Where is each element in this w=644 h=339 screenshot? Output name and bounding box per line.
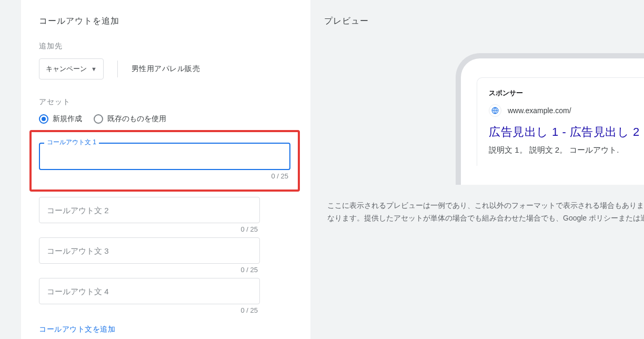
callout4-input[interactable] — [39, 278, 260, 304]
url-row: www.example.com/ — [489, 104, 644, 117]
radio-new-label: 新規作成 — [53, 114, 82, 124]
callout3-group: 0 / 25 — [39, 237, 260, 274]
callout1-group: コールアウト文 1 — [39, 143, 290, 170]
add-callout-link[interactable]: コールアウト文を追加 — [39, 325, 295, 334]
radio-existing-label: 既存のものを使用 — [107, 114, 166, 124]
callout4-counter: 0 / 25 — [39, 306, 260, 314]
target-value: 男性用アパレル販売 — [132, 64, 200, 74]
vertical-divider — [117, 61, 118, 77]
asset-label: アセット — [39, 97, 295, 107]
ad-preview-card: スポンサー www.example.com/ 広告見出し 1 - 広告見出し 2… — [477, 77, 644, 166]
disclaimer-line-2: なります。提供したアセットが単体の場合でも組み合わせた場合でも、Google ポ… — [327, 212, 644, 225]
preview-title: プレビュー — [324, 16, 644, 27]
callout1-counter: 0 / 25 — [39, 172, 290, 180]
preview-url: www.example.com/ — [508, 106, 571, 115]
phone-frame: スポンサー www.example.com/ 広告見出し 1 - 広告見出し 2… — [456, 53, 644, 185]
callout2-counter: 0 / 25 — [39, 225, 260, 233]
right-panel: プレビュー スポンサー www.example.com/ 広告見出し 1 - 広… — [310, 0, 644, 339]
radio-existing[interactable] — [94, 114, 103, 124]
callout1-float-label: コールアウト文 1 — [44, 138, 99, 147]
callout3-input[interactable] — [39, 237, 260, 264]
level-dropdown[interactable]: キャンペーン ▼ — [39, 58, 104, 79]
radio-new[interactable] — [39, 114, 48, 124]
radio-item-existing[interactable]: 既存のものを使用 — [94, 114, 166, 124]
sponsor-label: スポンサー — [489, 88, 644, 98]
callout2-group: 0 / 25 — [39, 197, 260, 233]
disclaimer-line-1: ここに表示されるプレビューは一例であり、これ以外のフォーマットで表示される場合も… — [327, 200, 644, 212]
ad-description: 説明文 1。 説明文 2。 コールアウト. — [489, 145, 644, 155]
ad-headline: 広告見出し 1 - 広告見出し 2 — [489, 124, 644, 140]
target-label: 追加先 — [39, 42, 295, 51]
panel-title: コールアウトを追加 — [39, 16, 295, 27]
dropdown-label: キャンペーン — [46, 64, 87, 74]
radio-item-new[interactable]: 新規作成 — [39, 114, 82, 124]
highlighted-field-box: コールアウト文 1 0 / 25 — [29, 130, 300, 192]
callout2-input[interactable] — [39, 197, 260, 223]
callout3-counter: 0 / 25 — [39, 266, 260, 274]
asset-radio-group: 新規作成 既存のものを使用 — [39, 114, 295, 124]
left-panel: コールアウトを追加 追加先 キャンペーン ▼ 男性用アパレル販売 アセット 新規… — [21, 0, 310, 339]
target-row: キャンペーン ▼ 男性用アパレル販売 — [39, 58, 295, 79]
preview-disclaimer: ここに表示されるプレビューは一例であり、これ以外のフォーマットで表示される場合も… — [327, 200, 644, 225]
callout4-group: 0 / 25 — [39, 278, 260, 314]
globe-icon — [489, 104, 501, 117]
caret-down-icon: ▼ — [91, 66, 97, 72]
